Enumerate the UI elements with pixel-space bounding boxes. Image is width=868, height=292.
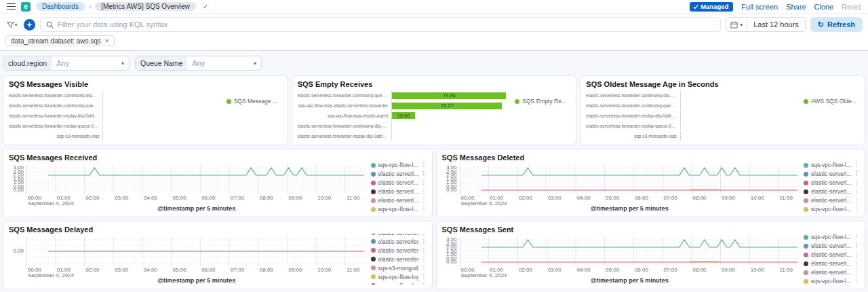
legend-menu-icon[interactable]: ⋮ (854, 261, 859, 266)
legend-item[interactable]: sqs-s3-mongodb...⋮ (371, 265, 427, 272)
control-queue-name[interactable]: Queue Name Any ▾ (135, 56, 262, 71)
x-tick-label: 06:00 (635, 195, 648, 201)
legend-item[interactable]: SQS Empty Re... (515, 98, 570, 105)
time-range-value[interactable]: Last 12 hours (747, 20, 805, 29)
bar-track (391, 121, 511, 130)
chevron-down-icon: ▾ (740, 22, 743, 28)
legend-item[interactable]: sqs-vpc-flow-l...⋮ (804, 278, 859, 285)
legend-dot-icon (804, 172, 808, 177)
legend-item[interactable]: sqs-vpc-flow-l...⋮ (804, 206, 859, 213)
header-action-full-screen[interactable]: Full screen (741, 3, 778, 11)
kql-search-input[interactable] (58, 20, 715, 29)
legend-item[interactable]: AWS SQS Olde... (804, 98, 859, 105)
legend-menu-icon[interactable]: ⋮ (421, 239, 427, 244)
legend-menu-icon[interactable]: ⋮ (854, 252, 859, 257)
filter-funnel-icon[interactable]: ▾ (5, 18, 19, 31)
legend-item[interactable]: elastic-serverl...⋮ (804, 260, 859, 267)
legend-menu-icon[interactable]: ⋮ (421, 234, 427, 236)
bar[interactable]: 72.27 (392, 103, 502, 109)
legend-item[interactable]: elastic-serverless...⋮ (371, 238, 427, 245)
legend-item[interactable]: sqs-vpc-flow-log...⋮ (371, 274, 427, 280)
bar-track (102, 91, 222, 101)
legend-item[interactable]: sqs-vpc-flow-l...⋮ (371, 206, 427, 213)
legend-item[interactable]: elastic-serverl...⋮ (804, 179, 859, 186)
bar-category-label: elastic-serverless-forwarder-continuing-… (298, 93, 391, 98)
legend-menu-icon[interactable]: ⋮ (421, 206, 427, 212)
legend-menu-icon[interactable]: ⋮ (421, 283, 427, 285)
bar[interactable]: 15.00 (392, 112, 415, 119)
calendar-dropdown-button[interactable]: ▾ (726, 18, 747, 31)
legend-menu-icon[interactable]: ⋮ (421, 266, 427, 271)
bar-category-label: sqs-vpc-flow-logs-elastic-agent (298, 113, 391, 118)
x-tick-label: 06:00 (201, 195, 215, 201)
legend-menu-icon[interactable]: ⋮ (854, 270, 859, 275)
legend-label: SQS Empty Re... (522, 98, 570, 105)
legend-item[interactable]: sqs-vpc-flow-log...⋮ (371, 282, 427, 285)
legend-item[interactable]: elastic-serverl...⋮ (804, 269, 859, 276)
query-assistant-icon[interactable] (24, 19, 35, 31)
bar[interactable]: 74.96 (392, 92, 506, 99)
header-action-clone[interactable]: Clone (814, 3, 834, 11)
legend-item[interactable]: elastic-serverless...⋮ (371, 247, 427, 254)
legend-menu-icon[interactable]: ⋮ (421, 274, 427, 280)
legend-item[interactable]: elastic-serverl...⋮ (371, 197, 427, 204)
line-chart: 3.002.502.001.501.000.500.0000:0001:0002… (442, 162, 800, 213)
breadcrumb-dashboards[interactable]: Dashboards (36, 2, 85, 11)
legend-item[interactable]: elastic-serverl...⋮ (371, 170, 427, 177)
legend-label: elastic-serverless... (378, 238, 418, 245)
legend-item[interactable]: elastic-serverl...⋮ (804, 242, 859, 249)
elastic-logo[interactable]: e (21, 2, 31, 12)
legend-menu-icon[interactable]: ⋮ (421, 248, 427, 253)
legend-menu-icon[interactable]: ⋮ (854, 171, 859, 177)
header-action-reset[interactable]: Reset (842, 3, 861, 11)
legend-dot-icon (804, 198, 808, 203)
refresh-button[interactable]: ↻ Refresh (810, 17, 863, 32)
bar-category-label: elastic-serverless-forwarder-replay-queu… (9, 124, 102, 128)
remove-filter-icon[interactable]: × (105, 37, 109, 45)
x-tick-label: 02:00 (519, 267, 532, 273)
legend-item[interactable]: elastic-serverl...⋮ (804, 197, 859, 204)
header-action-share[interactable]: Share (786, 3, 806, 11)
legend-item[interactable]: elastic-serverless...⋮ (371, 234, 427, 236)
legend-dot-icon (804, 279, 808, 284)
legend-menu-icon[interactable]: ⋮ (854, 243, 859, 249)
managed-badge[interactable]: Managed (690, 2, 733, 12)
bar-value-label: 72.27 (441, 103, 454, 109)
legend-item[interactable]: sqs-vpc-flow-l...⋮ (804, 234, 859, 240)
bar-category-label: elastic-serverless-forwarder-continuing-… (9, 103, 102, 108)
legend-menu-icon[interactable]: ⋮ (421, 171, 427, 177)
legend-menu-icon[interactable]: ⋮ (854, 234, 859, 240)
legend-item[interactable]: SQS Message ... (226, 98, 282, 105)
legend-menu-icon[interactable]: ⋮ (854, 278, 859, 284)
line-chart: 3.002.502.001.501.000.500.0000:0001:0002… (442, 234, 800, 285)
x-tick-label: 05:00 (606, 195, 619, 201)
legend-menu-icon[interactable]: ⋮ (854, 180, 859, 185)
legend-item[interactable]: sqs-vpc-flow-l...⋮ (804, 162, 859, 168)
legend-menu-icon[interactable]: ⋮ (421, 198, 427, 203)
hamburger-menu-icon[interactable] (7, 3, 16, 10)
panel-sqs-empty-receives: SQS Empty Receiveselastic-serverless-for… (292, 75, 577, 145)
legend-item[interactable]: elastic-serverl...⋮ (371, 188, 427, 195)
legend-menu-icon[interactable]: ⋮ (854, 206, 859, 212)
legend-menu-icon[interactable]: ⋮ (421, 257, 427, 262)
control-cloud-region[interactable]: cloud.region Any ▾ (3, 56, 130, 71)
legend-menu-icon[interactable]: ⋮ (854, 189, 859, 194)
legend-item[interactable]: elastic-serverl...⋮ (804, 188, 859, 195)
legend-menu-icon[interactable]: ⋮ (854, 162, 859, 168)
legend-menu-icon[interactable]: ⋮ (421, 189, 427, 194)
legend-label: elastic-serverless... (378, 256, 418, 263)
legend-item[interactable]: sqs-vpc-flow-l...⋮ (371, 162, 427, 168)
breadcrumb-current-dashboard[interactable]: [Metrics AWS] SQS Overview (95, 2, 196, 11)
legend-item[interactable]: elastic-serverl...⋮ (804, 170, 859, 177)
legend-item[interactable]: elastic-serverl...⋮ (371, 179, 427, 186)
filter-pill[interactable]: data_stream.dataset: aws.sqs × (5, 35, 115, 46)
legend-menu-icon[interactable]: ⋮ (854, 198, 859, 203)
legend-item[interactable]: elastic-serverl...⋮ (804, 251, 859, 258)
legend-menu-icon[interactable]: ⋮ (421, 162, 427, 168)
x-axis-date-label: September 4, 2024 (28, 200, 74, 206)
chart-legend: AWS SQS Olde... (800, 88, 859, 141)
legend-item[interactable]: elastic-serverless...⋮ (371, 256, 427, 263)
legend-menu-icon[interactable]: ⋮ (421, 180, 427, 185)
legend-dot-icon (804, 207, 808, 212)
top-chrome-bar: e Dashboards › [Metrics AWS] SQS Overvie… (0, 0, 868, 13)
